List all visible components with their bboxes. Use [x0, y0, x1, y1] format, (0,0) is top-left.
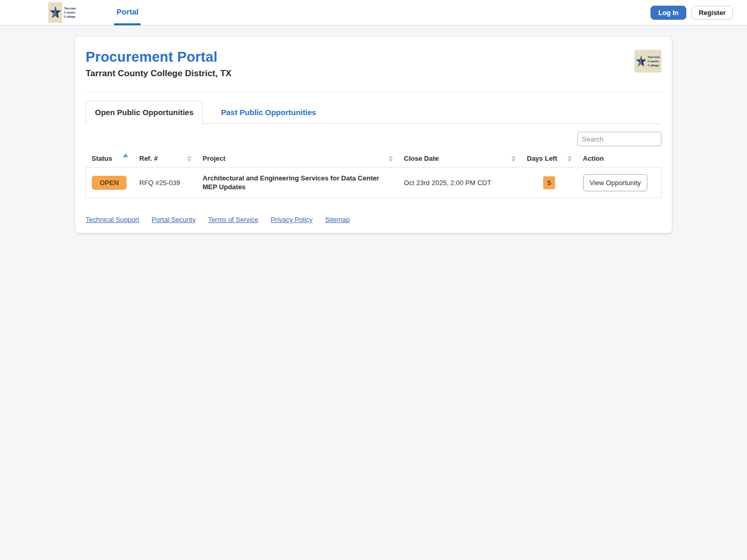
tcc-card-logo: Tarrant County College — [634, 50, 661, 73]
tcc-logo-text: Tarrant County College — [64, 6, 76, 19]
ref-number: RFQ #25-039 — [134, 167, 197, 198]
link-sitemap[interactable]: Sitemap — [325, 216, 350, 223]
column-header-project[interactable]: Project — [197, 150, 398, 167]
tcc-logo-text: Tarrant County College — [647, 55, 659, 67]
days-left-badge: 5 — [543, 176, 555, 189]
header-divider — [86, 91, 661, 92]
tcc-star-icon — [48, 2, 62, 23]
close-date: Oct 23rd 2025, 2:00 PM CDT — [398, 167, 521, 198]
column-label: Close Date — [404, 155, 439, 162]
tab-open-public-opportunities[interactable]: Open Public Opportunities — [86, 101, 203, 124]
table-row: OPEN RFQ #25-039 Architectural and Engin… — [86, 167, 661, 198]
column-label: Status — [92, 155, 113, 162]
tab-bar: Open Public Opportunities Past Public Op… — [86, 101, 661, 124]
sort-ascending-icon[interactable] — [123, 153, 128, 157]
column-header-ref[interactable]: Ref. # — [134, 150, 197, 167]
tcc-logo[interactable]: Tarrant County College — [48, 2, 76, 23]
footer-links: Technical Support Portal Security Terms … — [86, 216, 661, 223]
table-header-row: Status Ref. # Project — [86, 150, 661, 167]
top-navbar: Tarrant County College Portal Log In Reg… — [0, 0, 747, 25]
login-button[interactable]: Log In — [651, 6, 686, 20]
sort-icon[interactable] — [511, 156, 516, 162]
register-button[interactable]: Register — [691, 6, 733, 20]
link-terms-of-service[interactable]: Terms of Service — [208, 216, 258, 223]
sort-icon[interactable] — [187, 156, 191, 162]
search-input[interactable] — [577, 132, 661, 146]
column-header-action: Action — [577, 150, 661, 167]
link-privacy-policy[interactable]: Privacy Policy — [271, 216, 313, 223]
tab-past-public-opportunities[interactable]: Past Public Opportunities — [212, 101, 325, 123]
tcc-star-icon — [636, 55, 646, 67]
column-label: Action — [583, 155, 604, 162]
sort-icon[interactable] — [389, 156, 393, 162]
column-label: Ref. # — [140, 155, 158, 162]
view-opportunity-button[interactable]: View Opportunity — [583, 174, 648, 191]
page-subtitle: Tarrant County College District, TX — [86, 68, 661, 79]
project-title: Architectural and Engineering Services f… — [197, 167, 398, 198]
link-technical-support[interactable]: Technical Support — [86, 216, 139, 223]
status-badge: OPEN — [92, 176, 127, 190]
nav-tab-portal[interactable]: Portal — [115, 0, 140, 25]
opportunities-table: Status Ref. # Project — [86, 150, 661, 198]
column-header-close-date[interactable]: Close Date — [398, 150, 521, 167]
page-title: Procurement Portal — [86, 49, 661, 65]
column-header-status[interactable]: Status — [86, 150, 134, 167]
sort-icon[interactable] — [568, 156, 572, 162]
column-label: Days Left — [527, 155, 558, 162]
column-label: Project — [203, 155, 226, 162]
procurement-portal-card: Procurement Portal Tarrant County Colleg… — [75, 36, 672, 233]
link-portal-security[interactable]: Portal Security — [151, 216, 196, 223]
column-header-days-left[interactable]: Days Left — [521, 150, 577, 167]
